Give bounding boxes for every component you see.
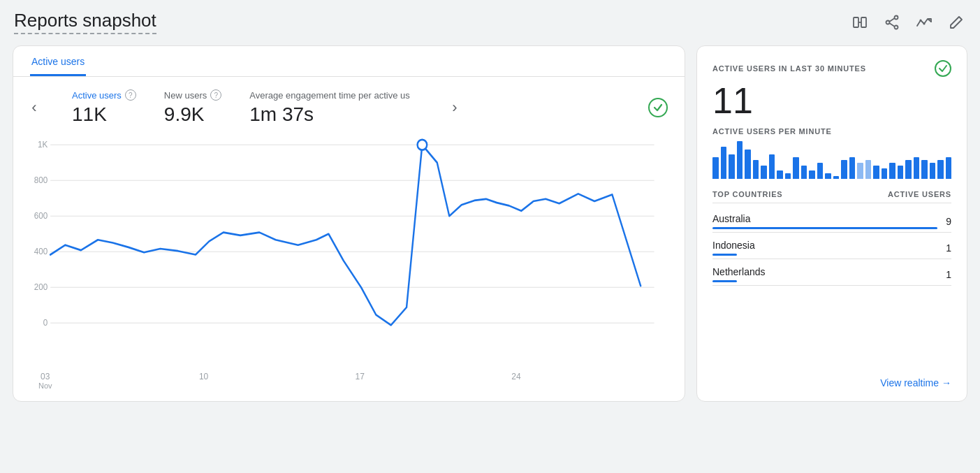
country-name-1: Indonesia	[712, 240, 937, 251]
svg-point-5	[895, 25, 898, 29]
mini-bar-12	[809, 170, 815, 179]
edit-icon[interactable]	[946, 13, 966, 32]
mini-bar-16	[841, 160, 847, 179]
metric-label-engagement: Average engagement time per active us	[249, 90, 410, 101]
page-title: Reports snapshot	[14, 10, 156, 34]
mini-bar-28	[937, 160, 944, 179]
view-realtime-link[interactable]: View realtime →	[712, 366, 951, 401]
mini-bar-13	[817, 163, 824, 179]
tab-active-users[interactable]: Active users	[30, 46, 86, 76]
compare-icon[interactable]	[850, 13, 870, 32]
country-block-0: Australia	[712, 213, 937, 229]
mini-bar-15	[833, 176, 840, 179]
svg-text:200: 200	[34, 282, 48, 293]
country-block-2: Netherlands	[712, 266, 937, 282]
mini-bar-chart	[712, 141, 951, 179]
svg-text:0: 0	[43, 318, 48, 328]
mini-bar-21	[882, 168, 888, 179]
mini-bar-5	[753, 160, 759, 179]
svg-text:400: 400	[34, 247, 48, 257]
header-icons	[850, 13, 966, 32]
country-name-2: Netherlands	[712, 266, 937, 277]
mini-bar-1	[721, 147, 727, 179]
country-value-2: 1	[937, 269, 951, 280]
svg-rect-1	[861, 17, 866, 27]
country-bar-1	[712, 254, 737, 256]
country-row-0: Australia 9	[712, 206, 951, 233]
check-icon-realtime	[935, 60, 951, 77]
country-block-1: Indonesia	[712, 240, 937, 256]
main-content: Active users ‹ Active users ? 11K New us…	[0, 41, 980, 414]
metric-value-engagement: 1m 37s	[249, 103, 410, 126]
country-value-1: 1	[937, 242, 951, 254]
country-bar-wrap-0	[712, 227, 937, 229]
svg-point-9	[923, 22, 926, 24]
countries-header-right: ACTIVE USERS	[888, 190, 951, 198]
chart-peak-dot	[418, 140, 427, 150]
mini-bar-27	[930, 163, 936, 179]
help-icon-new[interactable]: ?	[210, 89, 221, 101]
mini-bar-29	[946, 157, 952, 179]
mini-bar-26	[921, 160, 928, 179]
metrics-row: ‹ Active users ? 11K New users ? 9.9K Av…	[13, 77, 685, 130]
metric-engagement: Average engagement time per active us 1m…	[249, 90, 410, 126]
x-labels: 03 Nov 10 17 24	[13, 368, 685, 390]
mini-bar-11	[801, 166, 807, 179]
country-bar-0	[712, 227, 937, 229]
next-arrow[interactable]: ›	[445, 99, 465, 117]
mini-bar-14	[825, 173, 831, 179]
metric-new-users: New users ? 9.9K	[164, 89, 221, 126]
svg-point-3	[895, 15, 898, 19]
metric-label-active-users: Active users ?	[72, 89, 136, 101]
metric-label-new-users: New users ?	[164, 89, 221, 101]
check-icon-main	[648, 98, 668, 117]
svg-rect-0	[854, 17, 858, 27]
mini-bar-20	[873, 166, 879, 179]
mini-bar-25	[914, 157, 920, 179]
mini-bar-10	[793, 157, 799, 179]
country-bar-2	[712, 280, 737, 282]
left-panel: Active users ‹ Active users ? 11K New us…	[13, 45, 685, 402]
country-name-0: Australia	[712, 213, 937, 224]
svg-text:1K: 1K	[38, 140, 47, 150]
per-minute-title: ACTIVE USERS PER MINUTE	[712, 127, 951, 136]
countries-header: TOP COUNTRIES ACTIVE USERS	[712, 190, 951, 203]
mini-bar-17	[849, 157, 856, 179]
chart-area: 1K 800 600 400 200 0	[13, 130, 685, 368]
mini-bar-3	[737, 141, 743, 179]
svg-point-4	[886, 20, 890, 24]
country-bar-wrap-2	[712, 280, 937, 282]
mini-bar-18	[857, 163, 863, 179]
main-chart: 1K 800 600 400 200 0	[30, 130, 668, 368]
metric-value-active-users: 11K	[72, 103, 136, 126]
mini-bar-8	[777, 170, 783, 179]
mini-bar-7	[769, 154, 775, 179]
country-bar-wrap-1	[712, 254, 937, 256]
x-label-17: 17	[356, 372, 365, 390]
help-icon-active[interactable]: ?	[125, 89, 136, 101]
svg-text:600: 600	[34, 211, 48, 221]
chart-line	[50, 145, 641, 325]
country-row-2: Netherlands 1	[712, 259, 951, 286]
country-value-0: 9	[937, 216, 951, 227]
mini-bar-23	[898, 166, 904, 179]
metric-active-users: Active users ? 11K	[72, 89, 136, 126]
mini-bar-4	[745, 150, 751, 179]
right-panel: ACTIVE USERS IN LAST 30 MINUTES 11 ACTIV…	[696, 45, 967, 402]
mini-bar-2	[729, 154, 735, 179]
metric-value-new-users: 9.9K	[164, 103, 221, 126]
prev-arrow[interactable]: ‹	[24, 99, 44, 117]
country-list: Australia 9 Indonesia 1 Netherlands	[712, 206, 951, 286]
svg-text:800: 800	[34, 175, 48, 186]
mini-bar-9	[785, 173, 791, 179]
mini-bar-22	[889, 163, 895, 179]
mini-bar-6	[761, 166, 767, 179]
realtime-count: 11	[712, 82, 951, 119]
mini-bar-19	[865, 160, 872, 179]
share-icon[interactable]	[882, 13, 902, 32]
x-label-03: 03 Nov	[38, 372, 52, 390]
insights-icon[interactable]	[914, 13, 934, 32]
mini-bar-0	[712, 157, 719, 179]
tab-bar: Active users	[13, 46, 685, 77]
svg-line-7	[889, 23, 895, 27]
